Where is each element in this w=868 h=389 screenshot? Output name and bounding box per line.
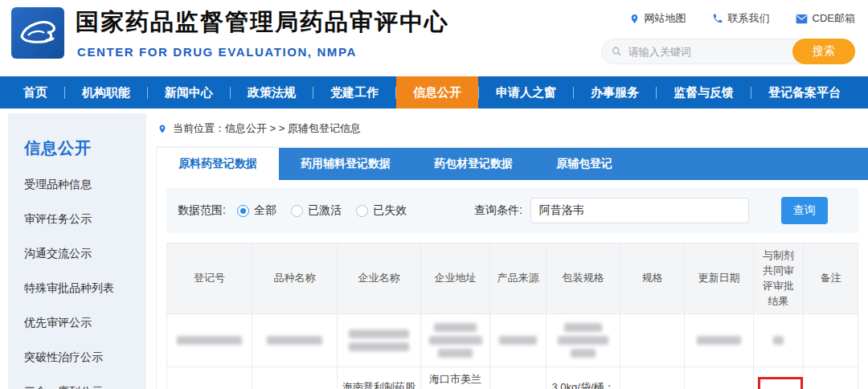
- sidebar-item-1[interactable]: 受理品种信息: [24, 178, 146, 190]
- cell-reg-no: [167, 314, 252, 367]
- tab-2[interactable]: 药用辅料登记数据: [279, 148, 412, 180]
- col-header-company-address: 企业地址: [421, 244, 490, 314]
- swan-logo-icon: [17, 15, 59, 51]
- radio-label: 已失效: [373, 203, 407, 218]
- redacted-text-bar: [773, 336, 784, 345]
- filter-row: 数据范围: 全部已激活已失效 查询条件: 查询: [166, 188, 858, 233]
- col-header-remark: 备注: [804, 244, 858, 314]
- mail-icon: [796, 14, 808, 24]
- location-pin-icon: [629, 13, 640, 25]
- cell-package-spec: [547, 314, 620, 367]
- col-header-update-date: 更新日期: [685, 244, 754, 314]
- redacted-text-bar: [564, 323, 602, 332]
- header-quick-links: 网站地图 联系我们 CDE邮箱: [629, 11, 855, 26]
- col-header-product-source: 产品来源: [490, 244, 547, 314]
- table-header-row: 登记号品种名称企业名称企业地址产品来源包装规格规格更新日期与制剂共同审评审批结果…: [167, 244, 858, 314]
- scope-radio-3[interactable]: 已失效: [356, 203, 407, 218]
- redacted-text-bar: [438, 349, 473, 358]
- nav-item-4[interactable]: 政策法规: [231, 76, 313, 109]
- sitemap-link[interactable]: 网站地图: [629, 11, 686, 26]
- nav-item-2[interactable]: 机构职能: [65, 76, 147, 109]
- radio-circle-icon: [356, 205, 368, 217]
- nav-item-5[interactable]: 党建工作: [313, 76, 395, 109]
- table-body: Y20200001283阿昔洛韦钠海南普利制药股份有限公司海口市美兰区桂林洋经济…: [167, 314, 858, 389]
- redacted-text-bar: [499, 336, 537, 345]
- data-panel: 原料药登记数据药用辅料登记数据药包材登记数据原辅包登记 数据范围: 全部已激活已…: [156, 147, 868, 389]
- breadcrumb-pin-icon: [158, 123, 167, 135]
- site-header: 国家药品监督管理局药品审评中心 CENTER FOR DRUG EVALUATI…: [0, 0, 868, 76]
- page-title: 国家药品监督管理局药品审评中心: [76, 6, 449, 39]
- scope-label: 数据范围:: [178, 203, 226, 218]
- query-button[interactable]: 查询: [781, 197, 828, 224]
- cell-company-address: 海口市美兰区桂林洋经济开发区: [421, 367, 490, 389]
- sidebar-list: 受理品种信息审评任务公示沟通交流公示特殊审批品种列表优先审评公示突破性治疗公示三…: [24, 178, 146, 389]
- cell-company-name: [338, 314, 421, 367]
- main-nav: 首页机构职能新闻中心政策法规党建工作信息公开申请人之窗办事服务监督与反馈登记备案…: [0, 76, 868, 109]
- scope-radio-2[interactable]: 已激活: [291, 203, 342, 218]
- col-header-review-result: 与制剂共同审评审批结果: [754, 244, 804, 314]
- radio-circle-icon: [237, 205, 249, 217]
- cell-package-spec: 3.0kg/袋/桶；8.0kg/袋/桶: [547, 367, 620, 389]
- redacted-text-bar: [558, 336, 608, 345]
- sidebar-item-7[interactable]: 三合一序列公示: [24, 386, 146, 389]
- tab-1[interactable]: 原料药登记数据: [157, 148, 279, 180]
- col-header-spec: 规格: [620, 244, 685, 314]
- cell-review-result: A: [754, 367, 804, 389]
- redacted-text-bar: [434, 323, 477, 332]
- nav-item-1[interactable]: 首页: [6, 76, 64, 109]
- col-header-package-spec: 包装规格: [547, 244, 620, 314]
- sitemap-label: 网站地图: [645, 11, 686, 26]
- cell-update-date: 2025-03-14: [685, 367, 754, 389]
- redacted-text-bar: [571, 349, 596, 358]
- redacted-text-bar: [697, 336, 742, 345]
- cde-mail-link[interactable]: CDE邮箱: [796, 11, 855, 26]
- nav-item-6[interactable]: 信息公开: [396, 76, 478, 109]
- redacted-text-bar: [349, 330, 408, 338]
- sidebar: 信息公开 受理品种信息审评任务公示沟通交流公示特殊审批品种列表优先审评公示突破性…: [8, 113, 146, 389]
- tab-4[interactable]: 原辅包登记: [534, 148, 634, 180]
- radio-circle-icon: [291, 205, 303, 217]
- nav-item-3[interactable]: 新闻中心: [148, 76, 230, 109]
- sidebar-item-5[interactable]: 优先审评公示: [24, 317, 146, 328]
- search-button[interactable]: 搜索: [792, 39, 855, 64]
- cde-logo: [11, 7, 64, 59]
- cell-remark: [804, 367, 858, 389]
- sidebar-item-2[interactable]: 审评任务公示: [24, 213, 146, 224]
- cell-product-name: [252, 314, 338, 367]
- redacted-text-bar: [349, 342, 408, 351]
- sidebar-item-3[interactable]: 沟通交流公示: [24, 248, 146, 259]
- table-row-1: [167, 314, 858, 367]
- cde-mail-label: CDE邮箱: [813, 11, 855, 26]
- cell-company-address: [421, 314, 490, 367]
- scope-radio-1[interactable]: 全部: [237, 203, 276, 218]
- redacted-text-bar: [267, 336, 321, 345]
- sidebar-item-4[interactable]: 特殊审批品种列表: [24, 282, 146, 293]
- redacted-text-bar: [429, 336, 482, 345]
- nav-item-7[interactable]: 申请人之窗: [479, 76, 573, 109]
- page-subtitle: CENTER FOR DRUG EVALUATION, NMPA: [77, 45, 357, 59]
- scope-radio-group: 全部已激活已失效: [237, 203, 407, 218]
- breadcrumb-text: 当前位置：信息公开 > > 原辅包登记信息: [173, 121, 361, 136]
- query-label: 查询条件:: [474, 203, 522, 218]
- nav-item-10[interactable]: 登记备案平台: [751, 76, 858, 109]
- header-search: 搜索: [601, 39, 855, 64]
- registration-table: 登记号品种名称企业名称企业地址产品来源包装规格规格更新日期与制剂共同审评审批结果…: [166, 243, 858, 389]
- sidebar-item-6[interactable]: 突破性治疗公示: [24, 351, 146, 362]
- nav-item-8[interactable]: 办事服务: [574, 76, 656, 109]
- col-header-product-name: 品种名称: [252, 244, 338, 314]
- cell-update-date: [685, 314, 754, 367]
- col-header-reg-no: 登记号: [167, 244, 252, 314]
- cell-company-name: 海南普利制药股份有限公司: [338, 367, 421, 389]
- query-input[interactable]: [530, 198, 749, 223]
- radio-label: 已激活: [308, 203, 342, 218]
- cell-product-source: [490, 314, 547, 367]
- search-icon: [612, 46, 622, 57]
- cell-spec: [620, 367, 685, 389]
- contact-us-link[interactable]: 联系我们: [712, 11, 770, 26]
- cell-product-name: 阿昔洛韦钠: [252, 367, 338, 389]
- tab-3[interactable]: 药包材登记数据: [412, 148, 534, 180]
- nav-item-9[interactable]: 监督与反馈: [657, 76, 751, 109]
- redacted-text-bar: [177, 336, 242, 345]
- search-input[interactable]: [628, 46, 790, 58]
- tab-bar: 原料药登记数据药用辅料登记数据药包材登记数据原辅包登记: [157, 148, 868, 180]
